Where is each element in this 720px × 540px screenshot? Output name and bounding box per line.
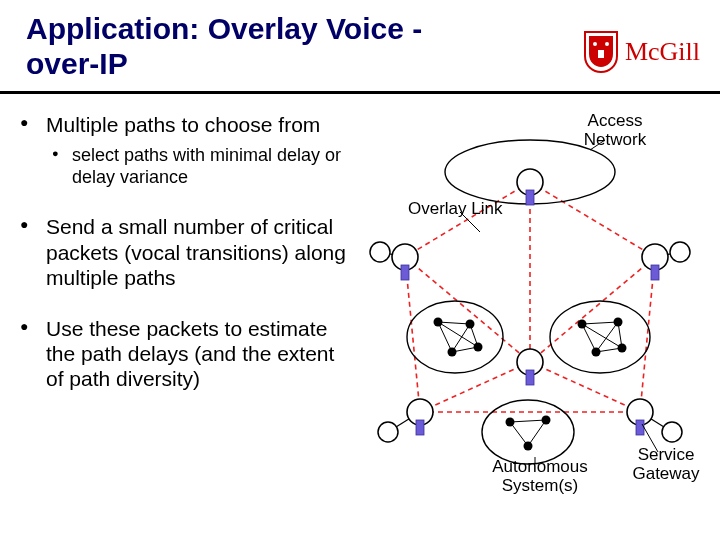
svg-point-35	[614, 318, 623, 327]
svg-point-52	[662, 422, 682, 442]
bullet-item: Send a small number of critical packets …	[20, 214, 352, 290]
svg-point-27	[550, 301, 650, 373]
svg-line-40	[510, 422, 528, 446]
page-title: Application: Overlay Voice -over-IP	[26, 12, 466, 81]
sub-bullet-item: select paths with minimal delay or delay…	[46, 145, 352, 188]
svg-rect-2	[598, 50, 604, 58]
crest-icon	[583, 30, 619, 74]
svg-point-36	[592, 348, 601, 357]
logo-text: McGill	[625, 37, 700, 67]
slide-header: Application: Overlay Voice -over-IP McGi…	[0, 0, 720, 94]
diagram-area: Access Network Overlay Link Autonomous S…	[360, 112, 710, 496]
svg-point-50	[378, 422, 398, 442]
svg-line-31	[596, 322, 618, 352]
svg-point-23	[434, 318, 443, 327]
slide-body: Multiple paths to choose fromselect path…	[0, 94, 720, 506]
bullet-column: Multiple paths to choose fromselect path…	[20, 112, 360, 496]
bullet-item: Multiple paths to choose fromselect path…	[20, 112, 352, 188]
svg-point-16	[407, 301, 503, 373]
svg-line-28	[582, 322, 618, 324]
label-service-gateway: Service Gateway	[626, 446, 706, 483]
bullet-text: Multiple paths to choose from	[46, 113, 320, 136]
svg-rect-62	[526, 370, 534, 385]
label-access-network: Access Network	[570, 112, 660, 149]
svg-line-17	[438, 322, 470, 324]
svg-line-20	[452, 324, 470, 352]
svg-point-37	[618, 344, 627, 353]
svg-point-43	[542, 416, 551, 425]
svg-point-25	[448, 348, 457, 357]
svg-rect-59	[526, 190, 534, 205]
bullet-text: Send a small number of critical packets …	[46, 215, 346, 288]
label-overlay-link: Overlay Link	[408, 200, 502, 219]
svg-point-38	[482, 400, 574, 464]
svg-point-26	[474, 343, 483, 352]
svg-point-34	[578, 320, 587, 329]
mcgill-logo: McGill	[583, 12, 700, 74]
svg-point-48	[670, 242, 690, 262]
svg-rect-64	[636, 420, 644, 435]
bullet-item: Use these packets to estimate the path d…	[20, 316, 352, 392]
network-diagram	[360, 112, 700, 492]
svg-point-1	[605, 42, 609, 46]
svg-point-46	[370, 242, 390, 262]
svg-point-24	[466, 320, 475, 329]
svg-point-0	[593, 42, 597, 46]
svg-rect-63	[416, 420, 424, 435]
svg-line-41	[528, 420, 546, 446]
svg-point-44	[524, 442, 533, 451]
svg-line-7	[530, 257, 655, 362]
svg-rect-60	[401, 265, 409, 280]
bullet-text: Use these packets to estimate the path d…	[46, 317, 334, 390]
svg-line-39	[510, 420, 546, 422]
label-autonomous-systems: Autonomous System(s)	[480, 458, 600, 495]
svg-point-42	[506, 418, 515, 427]
svg-rect-61	[651, 265, 659, 280]
